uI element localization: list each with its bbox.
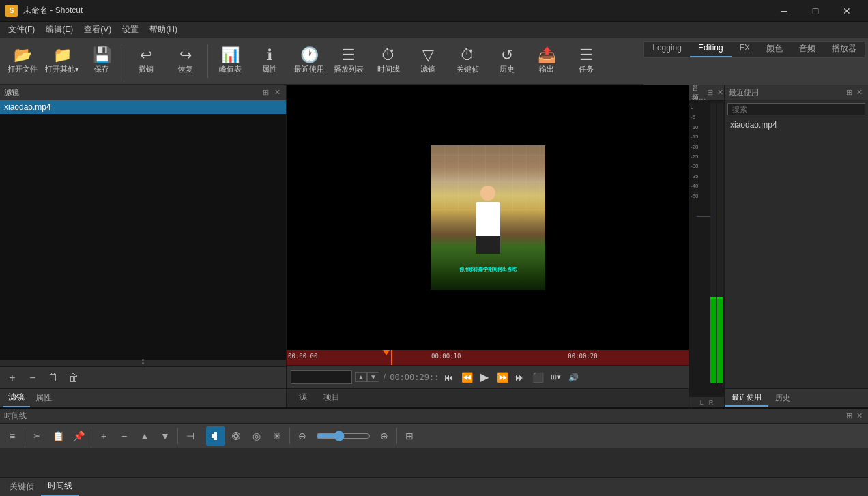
toolbar-keyframes[interactable]: ⏱ 关键侦 [448,40,487,83]
sp-tab-project[interactable]: 项目 [315,389,348,407]
filters-panel-float[interactable]: ⊞ [261,88,270,97]
transport-grid[interactable]: ⊞▾ [548,370,563,385]
filter-copy-btn[interactable]: 🗒 [45,370,61,386]
filter-item[interactable]: xiaodao.mp4 [0,100,286,114]
tl-cut-btn[interactable]: ✂ [28,426,47,446]
layout-tab-logging[interactable]: Logging [644,42,690,57]
scale-20: -20 [691,143,699,152]
filter-paste-btn[interactable]: 🗑 [66,370,82,386]
lb-tab-filters[interactable]: 滤镜 [3,389,30,407]
search-input[interactable] [727,103,865,115]
filter-panel-splitter[interactable] [0,360,286,366]
svg-rect-1 [212,434,214,438]
toolbar-timeline[interactable]: ⏱ 时间线 [368,40,408,83]
transport-rewind[interactable]: ⏪ [459,370,474,385]
audio-fill-R [717,299,723,383]
preview-person [471,186,505,254]
tl-zoom-in-btn[interactable]: ⊕ [375,426,394,446]
filter-add-btn[interactable]: + [4,370,20,386]
filters-panel-close[interactable]: ✕ [273,88,282,97]
audio-panel-close[interactable]: ✕ [716,88,725,97]
audio-panel-controls: ⊞ ✕ [706,88,725,97]
tl-menu-btn[interactable]: ≡ [3,426,22,446]
tl-snap-btn[interactable] [206,426,225,446]
toolbar-filters[interactable]: ▽ 滤镜 [408,40,448,83]
fr-tab-recent[interactable]: 最近使用 [725,390,768,407]
tl-add-btn[interactable]: + [94,426,113,446]
toolbar-export[interactable]: 📤 输出 [527,40,566,83]
toolbar-open-file[interactable]: 📂 打开文件 [3,40,42,83]
menu-file[interactable]: 文件(F) [3,23,40,37]
toolbar-redo[interactable]: ↪ 恢复 [166,40,205,83]
timeline-label: 时间线 [377,64,400,74]
toolbar-recent[interactable]: 🕐 最近使用 [289,40,329,83]
tl-ripple-btn[interactable] [227,426,246,446]
transport-to-start[interactable]: ⏮ [442,370,457,385]
recent-item-1[interactable]: xiaodao.mp4 [725,118,868,132]
current-time-input[interactable]: 00:00:06:02 [291,370,352,384]
timeline-float[interactable]: ⊞ [845,411,854,420]
audio-bar-L [710,103,716,383]
tl-lift-btn[interactable]: ▲ [135,426,154,446]
preview-scrubber[interactable]: 00:00:00 00:00:10 00:00:20 [287,350,689,365]
tl-zoom-slider[interactable] [316,431,371,441]
menu-settings[interactable]: 设置 [117,23,144,37]
tl-ripple2-btn[interactable]: ✳ [267,426,287,446]
filters-content: xiaodao.mp4 [0,100,286,366]
audio-panel-float[interactable]: ⊞ [706,88,714,97]
tl-split-btn[interactable]: ⊣ [181,426,200,446]
tl-sep-6 [396,428,397,444]
layout-tab-player[interactable]: 播放器 [824,42,865,57]
layout-tab-editing[interactable]: Editing [690,42,732,57]
tl-zoom-out-btn[interactable]: ⊖ [293,426,312,446]
audio-scale: 0 -5 -10 -15 -20 -25 -30 -35 -40 -50 [691,103,699,201]
tl-fit-btn[interactable]: ⊞ [400,426,419,446]
minimize-button[interactable]: ─ [768,0,800,22]
toolbar-undo[interactable]: ↩ 撤销 [126,40,166,83]
bot-tab-keyframes[interactable]: 关键侦 [3,478,41,495]
sp-tab-source[interactable]: 源 [291,389,315,407]
layout-tab-fx[interactable]: FX [732,42,758,57]
timeline-close-btn[interactable]: ✕ [855,411,864,420]
transport-play[interactable]: ▶ [477,370,492,385]
lb-tab-properties[interactable]: 属性 [30,390,57,407]
far-right-float[interactable]: ⊞ [845,88,854,97]
transport-fast-forward[interactable]: ⏩ [495,370,510,385]
bot-tab-timeline[interactable]: 时间线 [41,478,79,496]
preview-subtitle: 你用那你嘉学期间何出当吃 [459,266,517,273]
tl-paste-btn[interactable]: 📌 [69,426,88,446]
preview-frame: 你用那你嘉学期间何出当吃 [431,145,545,290]
toolbar-properties[interactable]: ℹ 属性 [250,40,289,83]
scale-0: 0 [691,103,699,113]
time-up-btn[interactable]: ▲ [355,372,367,382]
layout-tab-audio[interactable]: 音频 [791,42,824,57]
audio-meter-display: 0 -5 -10 -15 -20 -25 -30 -35 -40 -50 [689,100,724,396]
menu-view[interactable]: 查看(V) [78,23,117,37]
transport-stop[interactable]: ⬛ [530,370,545,385]
toolbar-peak-meter[interactable]: 📊 峰值表 [210,40,250,83]
tl-remove-btn[interactable]: − [115,426,134,446]
filter-remove-btn[interactable]: − [25,370,41,386]
recent-icon: 🕐 [300,48,319,63]
toolbar-playlist[interactable]: ☰ 播放列表 [329,40,368,83]
scrubber-playhead [391,350,392,365]
toolbar-save[interactable]: 💾 保存 [82,40,121,83]
menu-edit[interactable]: 编辑(E) [40,23,78,37]
export-label: 输出 [539,64,554,74]
transport-volume[interactable]: 🔊 [566,370,581,385]
maximize-button[interactable]: □ [800,0,831,22]
scale-25: -25 [691,152,699,162]
far-right-close[interactable]: ✕ [855,88,864,97]
toolbar-open-other[interactable]: 📁 打开其他▾ [42,40,82,83]
tl-scrub-btn[interactable]: ◎ [247,426,266,446]
toolbar-history[interactable]: ↺ 历史 [487,40,527,83]
close-button[interactable]: ✕ [831,0,863,22]
fr-tab-history[interactable]: 历史 [768,390,797,406]
toolbar-jobs[interactable]: ☰ 任务 [566,40,606,83]
time-down-btn[interactable]: ▼ [367,372,379,382]
menu-help[interactable]: 帮助(H) [144,23,183,37]
tl-copy-btn[interactable]: 📋 [48,426,68,446]
layout-tab-color[interactable]: 颜色 [758,42,791,57]
transport-to-end[interactable]: ⏭ [512,370,527,385]
tl-overwrite-btn[interactable]: ▼ [156,426,175,446]
